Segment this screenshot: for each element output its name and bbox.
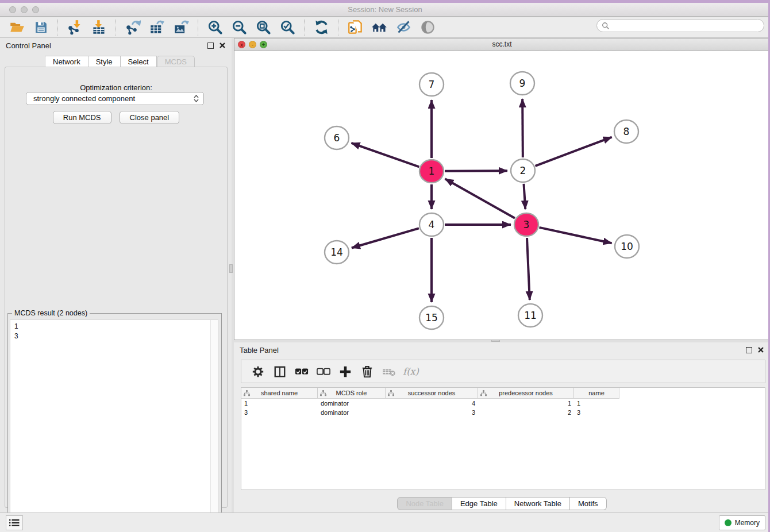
control-panel-close-button[interactable] <box>219 42 226 49</box>
zoom-out-button[interactable] <box>230 19 248 36</box>
result-scrollbar[interactable] <box>210 320 218 526</box>
node-table: shared name MCDS role successor nodes pr… <box>241 387 765 490</box>
optimization-criterion-label: Optimization criterion: <box>5 83 227 92</box>
mcds-result-line: 3 <box>10 331 218 341</box>
table-toolbar: f(x) <box>241 360 765 383</box>
svg-text:8: 8 <box>623 126 630 137</box>
svg-text:14: 14 <box>330 246 343 258</box>
window-close-button[interactable] <box>9 6 16 13</box>
tab-style[interactable]: Style <box>88 56 121 67</box>
graph-node-1[interactable]: 1 <box>419 160 444 183</box>
show-graphics-details-button[interactable] <box>418 19 437 36</box>
table-row[interactable]: 1dominator411 <box>241 399 765 408</box>
attribute-icon <box>244 390 250 396</box>
function-builder-button[interactable]: f(x) <box>402 363 419 380</box>
mcds-result-list[interactable]: 1 3 <box>10 319 218 527</box>
save-session-button[interactable] <box>32 19 50 36</box>
delete-rows-button[interactable] <box>359 363 376 380</box>
close-panel-button[interactable]: Close panel <box>120 111 180 124</box>
toolbar-separator <box>304 20 305 36</box>
table-panel-titlebar: Table Panel <box>234 342 770 357</box>
delete-columns-button[interactable] <box>380 363 398 380</box>
graph-node-8[interactable]: 8 <box>614 120 638 143</box>
graph-edge-2-9[interactable] <box>522 99 523 157</box>
graph-node-10[interactable]: 10 <box>615 235 639 258</box>
task-history-button[interactable] <box>6 515 23 530</box>
column-header-mcds-role[interactable]: MCDS role <box>318 388 386 399</box>
network-window-maximize-button[interactable]: + <box>260 41 267 48</box>
network-window-minimize-button[interactable]: - <box>249 41 256 48</box>
column-header-name[interactable]: name <box>574 388 619 399</box>
select-all-rows-button[interactable] <box>293 363 310 380</box>
graph-node-4[interactable]: 4 <box>419 213 444 236</box>
zoom-selected-icon <box>280 20 295 35</box>
memory-label: Memory <box>735 519 760 527</box>
table-panel-close-button[interactable] <box>757 346 764 353</box>
table-row[interactable]: 3dominator323 <box>241 408 765 417</box>
graph-edge-3-1[interactable] <box>445 179 515 218</box>
graph-edge-4-14[interactable] <box>352 228 419 248</box>
graph-edge-1-6[interactable] <box>351 143 419 167</box>
unselect-all-rows-button[interactable] <box>315 363 332 380</box>
save-disk-icon <box>34 20 48 34</box>
graph-node-3[interactable]: 3 <box>514 213 538 236</box>
window-zoom-button[interactable] <box>32 6 39 13</box>
graph-node-7[interactable]: 7 <box>419 73 444 96</box>
graph-edge-3-10[interactable] <box>539 228 611 243</box>
home-button[interactable] <box>370 19 388 36</box>
table-panel-float-button[interactable] <box>746 347 752 353</box>
tab-motifs[interactable]: Motifs <box>570 497 607 510</box>
zoom-fit-button[interactable] <box>254 19 272 36</box>
column-header-successor-nodes[interactable]: successor nodes <box>386 388 478 399</box>
column-header-shared-name[interactable]: shared name <box>241 388 318 399</box>
table-settings-button[interactable] <box>249 363 267 380</box>
export-table-button[interactable] <box>148 19 166 36</box>
search-input[interactable] <box>610 22 764 30</box>
tab-node-table[interactable]: Node Table <box>397 497 452 510</box>
zoom-in-button[interactable] <box>206 19 224 36</box>
table-cell: 1 <box>574 399 619 408</box>
graph-node-15[interactable]: 15 <box>419 306 444 329</box>
checked-boxes-icon <box>295 368 309 376</box>
window-minimize-button[interactable] <box>21 6 28 13</box>
run-mcds-button[interactable]: Run MCDS <box>53 111 111 124</box>
tab-network[interactable]: Network <box>45 56 88 67</box>
graph-edge-1-2[interactable] <box>445 171 507 171</box>
refresh-button[interactable] <box>312 19 330 36</box>
tab-network-table[interactable]: Network Table <box>506 497 570 510</box>
hide-graphics-details-button[interactable] <box>394 19 413 36</box>
graph-node-6[interactable]: 6 <box>325 126 349 149</box>
graph-node-14[interactable]: 14 <box>325 241 349 264</box>
network-window-titlebar[interactable]: x - + scc.txt <box>234 38 769 51</box>
vertical-splitter-handle[interactable] <box>229 264 233 273</box>
toolbar-separator <box>198 20 198 36</box>
graph-node-11[interactable]: 11 <box>518 304 542 327</box>
import-network-button[interactable] <box>66 19 84 36</box>
table-cell: 1 <box>241 399 318 408</box>
export-image-button[interactable] <box>172 19 190 36</box>
network-window-close-button[interactable]: x <box>238 41 245 48</box>
tab-mcds[interactable]: MCDS <box>157 56 195 67</box>
import-table-button[interactable] <box>90 19 108 36</box>
add-row-button[interactable] <box>337 363 354 380</box>
memory-button[interactable]: Memory <box>719 515 765 530</box>
show-columns-button[interactable] <box>271 363 288 380</box>
network-overview-button[interactable] <box>346 19 364 36</box>
tab-select[interactable]: Select <box>121 56 157 67</box>
graph-node-2[interactable]: 2 <box>511 159 535 182</box>
tab-edge-table[interactable]: Edge Table <box>452 497 506 510</box>
graph-node-9[interactable]: 9 <box>510 72 534 95</box>
graph-edge-2-8[interactable] <box>536 137 612 166</box>
network-graph[interactable]: 7968124314101511 <box>234 51 769 340</box>
search-field[interactable] <box>596 19 764 32</box>
zoom-selected-button[interactable] <box>278 19 297 36</box>
export-network-button[interactable] <box>124 19 142 36</box>
optimization-criterion-select[interactable]: strongly connected component <box>26 92 204 105</box>
graph-edge-2-3[interactable] <box>523 184 525 209</box>
open-session-button[interactable] <box>7 19 26 36</box>
graph-edge-3-11[interactable] <box>527 238 530 300</box>
control-panel-float-button[interactable] <box>207 43 214 49</box>
column-header-predecessor-nodes[interactable]: predecessor nodes <box>478 388 574 399</box>
table-cell: 4 <box>386 399 478 408</box>
export-table-icon <box>149 20 165 35</box>
